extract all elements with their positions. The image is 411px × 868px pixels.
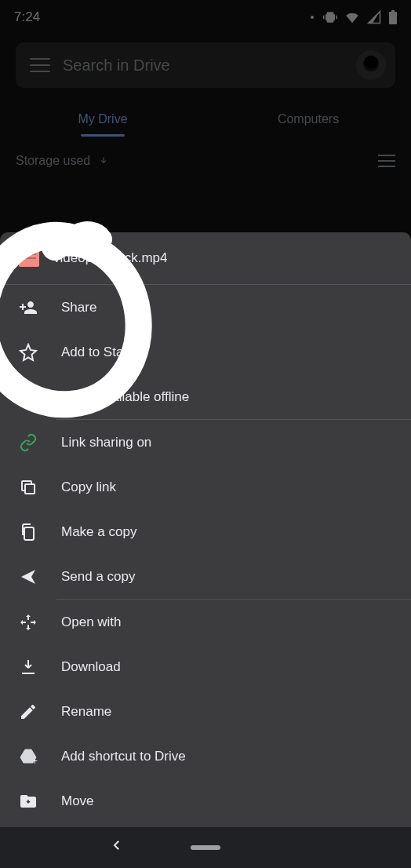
signal-icon — [367, 10, 381, 24]
avatar[interactable] — [356, 50, 386, 80]
menu-add-shortcut-label: Add shortcut to Drive — [61, 749, 186, 764]
sheet-header: videoplayback.mp4 — [0, 232, 411, 285]
star-outline-icon — [19, 343, 38, 362]
view-toggle-icon[interactable] — [378, 155, 395, 167]
nav-back-icon[interactable] — [110, 838, 124, 852]
menu-make-copy-label: Make a copy — [61, 524, 136, 540]
system-nav-bar — [0, 827, 411, 868]
menu-open-with-label: Open with — [61, 615, 122, 630]
copy-icon — [19, 478, 38, 497]
share-person-icon — [19, 298, 38, 317]
sheet-file-name: videoplayback.mp4 — [53, 250, 168, 266]
menu-download-label: Download — [61, 659, 121, 675]
file-actions-sheet: videoplayback.mp4 Share Add to Starred M… — [0, 232, 411, 868]
search-placeholder: Search in Drive — [63, 57, 344, 75]
menu-make-offline[interactable]: Make available offline — [0, 374, 411, 419]
menu-move-label: Move — [61, 793, 94, 809]
sort-label: Storage used — [16, 154, 90, 168]
divider — [56, 599, 411, 600]
wifi-icon — [345, 10, 359, 24]
tabs: My Drive Computers — [0, 102, 411, 137]
vibrate-icon — [323, 10, 337, 24]
menu-add-shortcut[interactable]: + Add shortcut to Drive — [0, 734, 411, 779]
menu-send-copy-label: Send a copy — [61, 569, 136, 585]
menu-open-with[interactable]: Open with — [0, 600, 411, 644]
status-dot-icon — [311, 16, 314, 19]
divider — [56, 419, 411, 420]
download-icon — [19, 658, 38, 677]
status-time: 7:24 — [14, 9, 40, 25]
svg-point-2 — [20, 389, 36, 405]
video-file-icon — [19, 250, 39, 267]
menu-move[interactable]: Move — [0, 779, 411, 823]
arrow-down-icon — [98, 155, 109, 166]
status-icons — [311, 10, 397, 24]
menu-send-copy[interactable]: Send a copy — [0, 554, 411, 599]
menu-copy-link-label: Copy link — [61, 480, 116, 495]
nav-home-pill[interactable] — [191, 845, 220, 850]
folder-move-icon — [19, 792, 38, 811]
tab-computers[interactable]: Computers — [206, 102, 411, 137]
hamburger-icon[interactable] — [30, 58, 50, 72]
status-bar: 7:24 — [0, 0, 411, 35]
svg-text:+: + — [32, 756, 38, 766]
open-with-icon — [19, 613, 38, 632]
link-icon — [19, 433, 38, 452]
menu-share-label: Share — [61, 300, 96, 315]
menu-download[interactable]: Download — [0, 644, 411, 689]
svg-rect-3 — [25, 484, 35, 494]
menu-rename[interactable]: Rename — [0, 689, 411, 734]
offline-pin-icon — [19, 388, 38, 407]
sort-button[interactable]: Storage used — [16, 154, 109, 168]
menu-rename-label: Rename — [61, 704, 111, 720]
svg-rect-1 — [391, 10, 395, 12]
file-copy-icon — [19, 523, 38, 542]
menu-make-copy[interactable]: Make a copy — [0, 509, 411, 554]
tab-my-drive[interactable]: My Drive — [0, 102, 206, 137]
menu-copy-link[interactable]: Copy link — [0, 465, 411, 509]
svg-rect-0 — [389, 12, 397, 24]
battery-icon — [389, 10, 397, 24]
drive-shortcut-icon: + — [19, 747, 38, 766]
menu-starred-label: Add to Starred — [61, 345, 147, 360]
send-icon — [19, 567, 38, 586]
menu-link-sharing[interactable]: Link sharing on — [0, 420, 411, 465]
rename-icon — [19, 702, 38, 721]
menu-link-sharing-label: Link sharing on — [61, 435, 151, 450]
menu-add-starred[interactable]: Add to Starred — [0, 330, 411, 374]
search-bar[interactable]: Search in Drive — [16, 42, 395, 88]
menu-share[interactable]: Share — [0, 285, 411, 330]
file-list-header: Storage used — [0, 137, 411, 168]
menu-offline-label: Make available offline — [61, 389, 189, 405]
